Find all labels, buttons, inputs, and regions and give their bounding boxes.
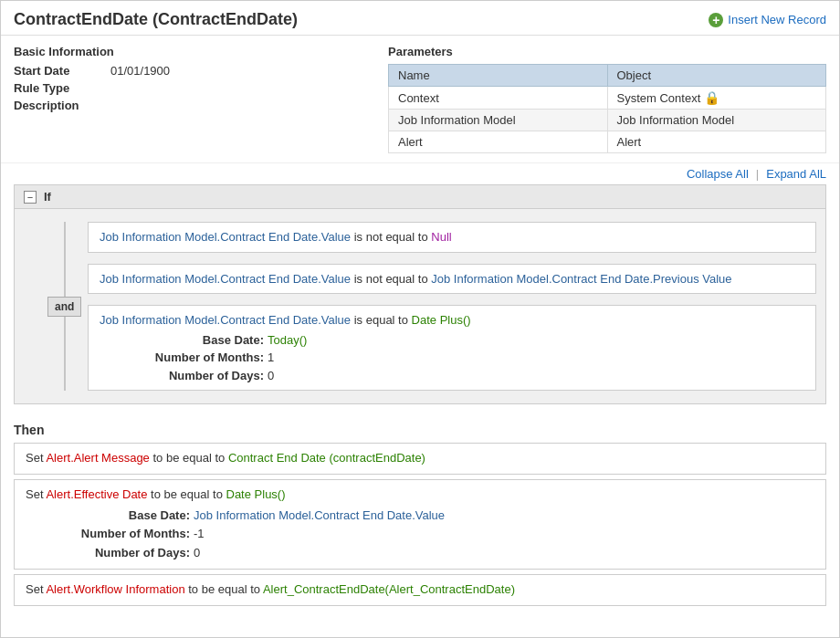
cond3-base-label: Base Date: xyxy=(118,331,264,350)
then1-field: Alert.Alert Message xyxy=(46,451,149,465)
then-row-1: Set Alert.Alert Message to be equal to C… xyxy=(14,443,826,475)
cond3-months-val: 1 xyxy=(268,349,274,367)
cond1-value: Null xyxy=(431,230,451,244)
cond3-op: is equal to xyxy=(354,313,412,327)
start-date-row: Start Date 01/01/1900 xyxy=(14,64,361,78)
then3-set: Set xyxy=(26,582,46,596)
cond3-field: Job Information Model.Contract End Date.… xyxy=(100,313,351,327)
cond1-op: is not equal to xyxy=(354,230,432,244)
params-row-0: ContextSystem Context 🔒 xyxy=(389,87,826,110)
col-object: Object xyxy=(607,65,826,87)
then1-value: Contract End Date (contractEndDate) xyxy=(228,451,425,465)
rule-type-label: Rule Type xyxy=(14,81,96,95)
condition-row-1: Job Information Model.Contract End Date.… xyxy=(88,222,816,253)
then1-be-equal: to be equal to xyxy=(152,451,227,465)
param-name-2: Alert xyxy=(389,131,608,153)
cond3-months-label: Number of Months: xyxy=(118,349,264,367)
and-label: and xyxy=(47,297,81,317)
then2-detail: Base Date: Job Information Model.Contrac… xyxy=(44,507,814,563)
expand-all-link[interactable]: Expand AlL xyxy=(766,167,826,181)
then2-set: Set xyxy=(26,487,46,501)
parameters-label: Parameters xyxy=(388,45,826,58)
then2-field: Alert.Effective Date xyxy=(46,487,147,501)
then2-days-label: Number of Days: xyxy=(44,544,190,563)
then3-be-equal: to be equal to xyxy=(188,582,263,596)
then2-base-val: Job Information Model.Contract End Date.… xyxy=(194,507,445,526)
parameters-table: Name Object ContextSystem Context 🔒Job I… xyxy=(388,64,826,153)
param-object-0: System Context 🔒 xyxy=(607,87,826,110)
col-name: Name xyxy=(389,65,608,87)
if-toggle[interactable]: − xyxy=(24,191,37,204)
cond3-days-label: Number of Days: xyxy=(118,367,264,385)
then-label: Then xyxy=(14,413,826,443)
if-header: − If xyxy=(15,185,825,209)
cond1-field: Job Information Model.Contract End Date.… xyxy=(100,230,351,244)
then2-months-val: -1 xyxy=(194,525,205,544)
cond3-base-val: Today() xyxy=(268,331,307,350)
start-date-label: Start Date xyxy=(14,64,96,78)
param-name-0: Context xyxy=(389,87,608,110)
and-connector: and xyxy=(47,222,81,391)
cond2-field: Job Information Model.Contract End Date.… xyxy=(100,272,351,286)
params-row-1: Job Information ModelJob Information Mod… xyxy=(389,110,826,131)
then-rows: Set Alert.Alert Message to be equal to C… xyxy=(14,443,826,606)
collapse-all-link[interactable]: Collapse All xyxy=(687,167,749,181)
cond2-op: is not equal to xyxy=(354,272,432,286)
insert-icon: + xyxy=(709,13,723,27)
param-object-1: Job Information Model xyxy=(607,110,826,131)
cond2-value: Job Information Model.Contract End Date.… xyxy=(431,272,731,286)
param-object-2: Alert xyxy=(607,131,826,153)
cond3-detail: Base Date: Today() Number of Months: 1 N… xyxy=(118,331,804,385)
parameters-section: Parameters Name Object ContextSystem Con… xyxy=(388,45,826,153)
basic-info-label: Basic Information xyxy=(14,45,361,58)
then2-value: Date Plus() xyxy=(226,487,286,501)
params-row-2: AlertAlert xyxy=(389,131,826,153)
collapse-expand-row: Collapse All | Expand AlL xyxy=(1,163,839,184)
cond3-days-val: 0 xyxy=(268,367,274,385)
then2-days-val: 0 xyxy=(194,544,200,563)
insert-new-record-label: Insert New Record xyxy=(728,13,826,26)
info-params-section: Basic Information Start Date 01/01/1900 … xyxy=(1,36,839,163)
then2-be-equal: to be equal to xyxy=(151,487,226,501)
rule-content: − If and Job Information Model.Contract … xyxy=(1,184,839,619)
then3-value: Alert_ContractEndDate(Alert_ContractEndD… xyxy=(263,582,515,596)
then2-base-label: Base Date: xyxy=(44,507,190,526)
then-block: Then Set Alert.Alert Message to be equal… xyxy=(14,413,826,606)
insert-new-record-button[interactable]: + Insert New Record xyxy=(709,13,826,27)
condition-row-3: Job Information Model.Contract End Date.… xyxy=(88,305,816,391)
basic-info-section: Basic Information Start Date 01/01/1900 … xyxy=(14,45,361,153)
conditions-wrapper: and Job Information Model.Contract End D… xyxy=(15,209,825,403)
param-name-1: Job Information Model xyxy=(389,110,608,131)
then-row-2: Set Alert.Effective Date to be equal to … xyxy=(14,479,826,570)
description-label: Description xyxy=(14,99,96,112)
start-date-value: 01/01/1900 xyxy=(110,64,170,78)
then1-set: Set xyxy=(26,451,46,465)
then3-field: Alert.Workflow Information xyxy=(46,582,184,596)
if-label: If xyxy=(44,190,51,204)
page-title: ContractEndDate (ContractEndDate) xyxy=(14,10,298,29)
if-block: − If and Job Information Model.Contract … xyxy=(14,184,826,404)
lock-icon: 🔒 xyxy=(700,90,719,105)
condition-row-2: Job Information Model.Contract End Date.… xyxy=(88,264,816,295)
page-header: ContractEndDate (ContractEndDate) + Inse… xyxy=(1,1,839,36)
rule-type-row: Rule Type xyxy=(14,81,361,95)
description-row: Description xyxy=(14,99,361,112)
cond3-value: Date Plus() xyxy=(412,313,471,327)
then-row-3: Set Alert.Workflow Information to be equ… xyxy=(14,574,826,606)
then2-months-label: Number of Months: xyxy=(44,525,190,544)
